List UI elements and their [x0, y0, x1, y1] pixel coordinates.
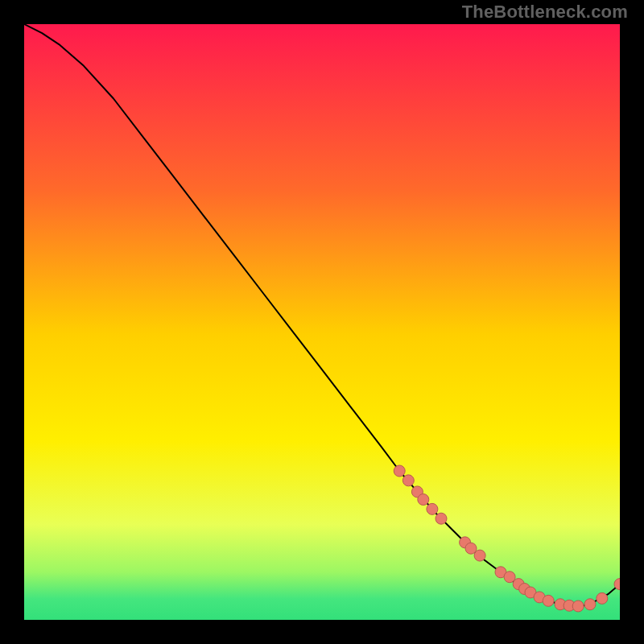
marker-point	[474, 550, 485, 561]
chart-stage: TheBottleneck.com	[0, 0, 644, 644]
marker-point	[597, 592, 608, 604]
watermark-text: TheBottleneck.com	[462, 2, 628, 23]
marker-point	[584, 599, 596, 610]
marker-point	[394, 465, 405, 477]
plot-svg	[24, 24, 620, 620]
plot-area	[24, 24, 620, 620]
marker-point	[402, 475, 414, 486]
marker-point	[427, 503, 438, 514]
marker-point	[418, 494, 429, 506]
marker-point	[572, 601, 584, 612]
marker-point	[436, 513, 447, 524]
gradient-background	[24, 24, 620, 620]
marker-point	[543, 595, 554, 606]
